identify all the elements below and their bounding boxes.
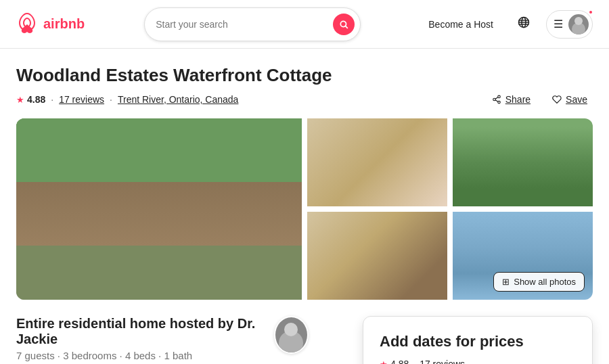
- listing-title: Woodland Estates Waterfront Cottage: [16, 65, 593, 86]
- hosting-info: Entire residential home hosted by Dr. Ja…: [16, 316, 274, 361]
- svg-line-11: [495, 97, 498, 99]
- show-all-photos-button[interactable]: ⊞ Show all photos: [493, 272, 585, 292]
- svg-line-10: [495, 100, 498, 101]
- svg-point-0: [341, 21, 346, 26]
- photo-grid: ⊞ Show all photos: [16, 118, 593, 300]
- share-label: Share: [505, 94, 531, 105]
- photo-bathroom[interactable]: [307, 118, 447, 206]
- show-photos-label: Show all photos: [514, 277, 576, 287]
- star-icon: ★: [16, 95, 24, 105]
- grid-icon: ⊞: [502, 277, 510, 287]
- photo-lake[interactable]: [453, 118, 593, 206]
- svg-line-1: [346, 26, 348, 28]
- listing-info: Entire residential home hosted by Dr. Ja…: [16, 316, 309, 364]
- search-bar[interactable]: [144, 7, 361, 41]
- card-reviews-link[interactable]: 17 reviews: [420, 359, 465, 364]
- card-rating: ★ 4.88 · 17 reviews: [380, 359, 576, 364]
- svg-point-9: [497, 101, 500, 104]
- search-button[interactable]: [333, 14, 355, 35]
- header: airbnb Become a Host ☰: [0, 0, 609, 49]
- separator-dot-2: ·: [110, 94, 112, 105]
- reviews-link[interactable]: 17 reviews: [59, 94, 104, 105]
- listing-meta: ★ 4.88 · 17 reviews · Trent River, Ontar…: [16, 91, 593, 108]
- hosting-title: Entire residential home hosted by Dr. Ja…: [16, 316, 274, 347]
- header-right: Become a Host ☰: [420, 10, 593, 39]
- booking-card: Add dates for prices ★ 4.88 · 17 reviews: [363, 316, 593, 364]
- card-star-icon: ★: [380, 359, 388, 365]
- hosting-details: 7 guests · 3 bedrooms · 4 beds · 1 bath: [16, 350, 274, 361]
- listing-info-row: Entire residential home hosted by Dr. Ja…: [16, 316, 309, 361]
- meta-left: ★ 4.88 · 17 reviews · Trent River, Ontar…: [16, 94, 238, 105]
- photo-dining[interactable]: [307, 212, 447, 300]
- notification-dot: [588, 9, 593, 15]
- page-content: Woodland Estates Waterfront Cottage ★ 4.…: [0, 49, 609, 364]
- become-host-link[interactable]: Become a Host: [420, 14, 501, 35]
- svg-point-8: [493, 98, 495, 101]
- add-dates-title: Add dates for prices: [380, 333, 576, 350]
- svg-point-7: [497, 95, 500, 98]
- share-button[interactable]: Share: [487, 91, 536, 108]
- photo-main-inner: [16, 118, 302, 300]
- avatar: [568, 14, 589, 35]
- user-menu-button[interactable]: ☰: [546, 10, 593, 39]
- card-rating-separator: ·: [413, 359, 415, 364]
- separator-dot-1: ·: [51, 94, 53, 105]
- logo[interactable]: airbnb: [16, 12, 85, 37]
- meta-right: Share Save: [487, 91, 593, 108]
- photo-right-grid: ⊞ Show all photos: [307, 118, 593, 300]
- save-button[interactable]: Save: [547, 91, 593, 108]
- hamburger-icon: ☰: [554, 18, 563, 30]
- logo-text: airbnb: [43, 16, 85, 32]
- search-input[interactable]: [156, 19, 333, 30]
- location-link[interactable]: Trent River, Ontario, Canada: [118, 94, 238, 105]
- card-rating-value: 4.88: [390, 359, 409, 364]
- rating-value: 4.88: [27, 94, 45, 105]
- host-avatar[interactable]: [274, 316, 309, 354]
- airbnb-logo-icon: [16, 12, 38, 37]
- language-button[interactable]: [512, 11, 535, 37]
- body-section: Entire residential home hosted by Dr. Ja…: [16, 300, 593, 364]
- photo-dock[interactable]: ⊞ Show all photos: [453, 212, 593, 300]
- save-label: Save: [566, 94, 587, 105]
- photo-main[interactable]: [16, 118, 302, 300]
